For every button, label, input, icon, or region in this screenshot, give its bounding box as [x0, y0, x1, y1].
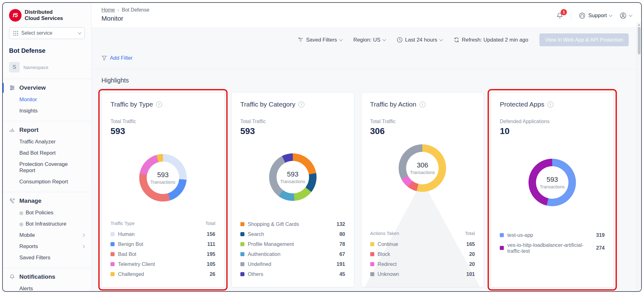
sidebar: f5 DistributedCloud Services Select serv… — [3, 3, 91, 291]
chevron-down-icon — [339, 37, 342, 41]
breadcrumb-current: Bot Defense — [122, 7, 149, 13]
select-service-dropdown[interactable]: Select service — [9, 27, 85, 39]
legend-swatch — [370, 242, 374, 246]
divider — [3, 79, 91, 79]
sidebar-item-monitor[interactable]: Monitor — [3, 94, 91, 105]
refresh-icon — [454, 37, 460, 43]
scroll-up-arrow[interactable]: ▲ — [638, 22, 641, 27]
sidebar-item-label: Mobile — [19, 232, 35, 238]
saved-filters-dropdown[interactable]: Saved Filters — [298, 37, 342, 43]
legend-item: Benign Bot111 — [111, 239, 215, 249]
info-icon[interactable]: i — [420, 102, 425, 107]
info-icon[interactable]: i — [548, 102, 553, 107]
region-dropdown[interactable]: Region: US — [353, 37, 386, 43]
legend-swatch — [240, 262, 244, 266]
page-title: Monitor — [101, 15, 149, 22]
legend-swatch — [500, 233, 504, 237]
card-title: Traffic by Category — [240, 101, 295, 108]
legend-label: Block — [378, 251, 390, 257]
donut-center-label: Transactions — [150, 180, 175, 185]
sidebar-section-label: Overview — [19, 84, 46, 91]
legend-swatch — [111, 232, 115, 236]
card-title-row: Traffic by Typei — [111, 101, 215, 108]
legend-value: 191 — [337, 261, 345, 267]
info-icon[interactable]: i — [298, 102, 304, 107]
sidebar-section-report[interactable]: Report — [3, 122, 91, 136]
screenshot-frame: f5 DistributedCloud Services Select serv… — [0, 0, 644, 294]
legend: Shopping & Gift Cards132Search80Profile … — [240, 219, 345, 279]
sidebar-item-saved-filters[interactable]: Saved Filters — [3, 252, 91, 263]
highlight-box-protected-apps: Protected AppsiDefended Applications1059… — [491, 92, 614, 287]
sidebar-section-manage[interactable]: Manage — [3, 193, 91, 207]
chevron-right-icon — [81, 233, 85, 237]
sidebar-item-reports[interactable]: Reports — [3, 241, 91, 252]
card-title: Traffic by Action — [370, 101, 416, 108]
refresh-control[interactable]: Refresh: Updated 2 min ago — [454, 37, 528, 43]
legend-item: Search80 — [240, 229, 345, 239]
legend-item: Authentication67 — [240, 249, 345, 259]
legend-label: Authentication — [248, 251, 281, 257]
divider — [3, 192, 91, 192]
legend-item: Bad Bot195 — [111, 249, 215, 259]
scrollbar[interactable]: ▲ — [637, 22, 641, 291]
brand-logo[interactable]: f5 DistributedCloud Services — [9, 9, 85, 22]
support-label: Support — [588, 12, 607, 19]
sidebar-item-insights[interactable]: Insights — [3, 105, 91, 117]
notifications-button[interactable]: 1 — [556, 12, 563, 19]
legend-value: 20 — [469, 261, 475, 267]
info-icon[interactable]: i — [156, 102, 162, 107]
user-icon — [619, 12, 627, 19]
sidebar-section-notifications[interactable]: Notifications — [3, 269, 91, 283]
sidebar-item-traffic-analyzer[interactable]: Traffic Analyzer — [3, 136, 91, 147]
sidebar-item-label: Reports — [19, 243, 38, 250]
card-traffic-by-type: Traffic by TypeiTotal Traffic593593Trans… — [101, 92, 224, 287]
metric-label: Total Traffic — [370, 119, 475, 124]
sidebar-item-bot-infrastructure[interactable]: ◎Bot Infrastructure — [3, 218, 91, 230]
card-metric: Total Traffic593 — [111, 119, 215, 136]
sidebar-item-consumption-report[interactable]: Consumption Report — [3, 176, 91, 187]
divider — [3, 121, 91, 121]
legend-label: ves-io-http-loadbalancer-artificial-traf… — [507, 242, 592, 254]
sidebar-item-protection-coverage-report[interactable]: Protection Coverage Report — [3, 159, 91, 176]
donut-hole: 306Transactions — [406, 152, 439, 184]
f5-logo-icon: f5 — [9, 9, 22, 22]
legend-item: ves-io-http-loadbalancer-artificial-traf… — [500, 240, 605, 256]
support-dropdown[interactable]: Support — [579, 12, 612, 19]
sidebar-item-label: Bot Infrastructure — [26, 221, 66, 227]
sidebar-section-label: Report — [19, 127, 38, 133]
sidebar-item-label: Protection Coverage Report — [19, 161, 84, 174]
sidebar-item-bot-policies[interactable]: ◎Bot Policies — [3, 207, 91, 218]
legend-label: Undefined — [248, 261, 271, 267]
namespace-selector[interactable]: S Namespace — [9, 62, 85, 72]
active-indicator — [3, 83, 4, 93]
bullseye-icon: ◎ — [19, 210, 23, 215]
brand-name: DistributedCloud Services — [25, 9, 63, 21]
account-menu[interactable] — [619, 12, 632, 19]
sidebar-section-overview[interactable]: Overview — [3, 80, 91, 94]
sidebar-item-alerts[interactable]: Alerts — [3, 283, 91, 291]
donut-hole: 593Transactions — [147, 162, 179, 194]
funnel-icon — [101, 55, 107, 61]
metric-label: Total Traffic — [240, 119, 345, 124]
cards-row: Traffic by TypeiTotal Traffic593593Trans… — [91, 90, 641, 287]
add-filter-button[interactable]: Add Filter — [101, 55, 133, 61]
legend-label: Redirect — [378, 261, 397, 267]
legend-swatch — [240, 242, 244, 246]
add-filter-row: Add Filter — [91, 46, 641, 69]
sidebar-item-bad-bot-report[interactable]: Bad Bot Report — [3, 147, 91, 159]
card-title-row: Traffic by Actioni — [370, 101, 475, 108]
clock-icon — [397, 37, 403, 43]
legend-label: Telemetry Client — [118, 261, 155, 267]
headset-icon — [579, 12, 586, 19]
product-title: Bot Defense — [9, 47, 85, 54]
view-in-waap-button[interactable]: View In Web App & API Protection — [539, 33, 629, 46]
legend-item: Undefined191 — [240, 259, 345, 269]
donut-center-value: 306 — [417, 161, 428, 169]
scrollbar-thumb[interactable] — [638, 27, 641, 54]
time-range-dropdown[interactable]: Last 24 hours — [397, 37, 442, 43]
divider — [3, 268, 91, 268]
breadcrumb-home-link[interactable]: Home — [101, 7, 115, 13]
legend-value: 101 — [466, 271, 475, 277]
legend-label: Others — [248, 271, 263, 277]
sidebar-item-mobile[interactable]: Mobile — [3, 230, 91, 241]
